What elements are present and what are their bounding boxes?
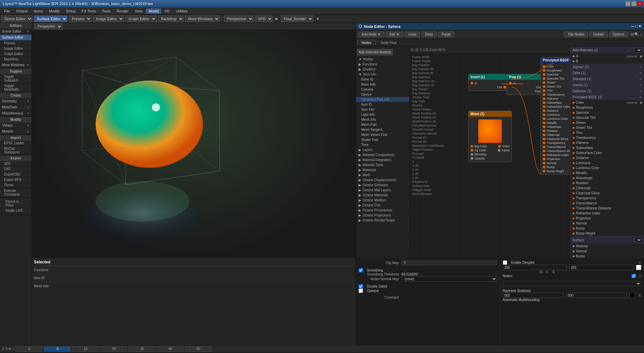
sidebar-toggle-subpatch[interactable]: Toggle Subpatch xyxy=(0,74,32,83)
ne-undo-btn[interactable]: Undo xyxy=(405,32,420,37)
x-pos-input[interactable]: 0 xyxy=(16,346,43,352)
menu-octane[interactable]: Octane xyxy=(13,8,31,14)
opaque-checkbox[interactable] xyxy=(359,289,363,293)
menu-file[interactable]: File xyxy=(1,8,13,14)
ne-group-octane-disp[interactable]: ▶ Octane Displacements xyxy=(356,178,409,183)
maximize-button[interactable]: □ xyxy=(631,1,637,6)
sidebar-export-eps[interactable]: Export EPS xyxy=(0,177,32,183)
x-pos-input7[interactable]: 50 xyxy=(185,346,212,352)
node-mixer[interactable]: Mixer (1) Big Color Color Fg xyxy=(468,111,512,162)
backdrop-select[interactable]: Backdrop xyxy=(158,15,184,22)
sidebar-scene-editor[interactable]: Scene Editor▼ xyxy=(0,29,32,35)
sidebar-dxf[interactable]: DXF xyxy=(0,166,32,172)
ne-item-item-id[interactable]: Item ID xyxy=(356,102,409,107)
nrp-add-mat-select[interactable] xyxy=(635,47,642,53)
sidebar-graph-editor[interactable]: Graph Editor xyxy=(0,51,32,57)
shadow-r-input[interactable] xyxy=(503,293,564,298)
ne-group-item-info[interactable]: ▼ Item Info xyxy=(356,72,409,77)
surface-editor-select[interactable]: Surface Editor xyxy=(34,15,67,22)
ne-fit-btn[interactable]: ⊡ xyxy=(631,32,634,37)
menu-items[interactable]: Items xyxy=(31,8,46,14)
menu-model[interactable]: Model xyxy=(146,8,161,14)
ne-item-light-info[interactable]: Light Info xyxy=(356,112,409,117)
viewport-type-select[interactable]: Perspective xyxy=(35,23,62,30)
ne-group-octane-osl[interactable]: ▶ Octane OSL xyxy=(356,203,409,208)
menu-modify[interactable]: Modify xyxy=(46,8,62,14)
sidebar-vmaps[interactable]: VMaps▼ xyxy=(0,122,32,129)
ne-tab-nodes[interactable]: Nodes xyxy=(357,40,376,45)
view-type-select[interactable]: Perspective xyxy=(224,15,254,22)
sidebar-morphs[interactable]: Morphs▼ xyxy=(0,129,32,135)
color-r-input[interactable] xyxy=(503,265,567,270)
sidebar-toggle-metaballs[interactable]: Toggle MetaBalls xyxy=(0,83,32,92)
nrp-pbsdf-expand[interactable]: ▼ xyxy=(639,96,642,99)
x-pos-input5[interactable]: 30 xyxy=(128,346,155,352)
enable-despike-checkbox[interactable] xyxy=(503,260,507,265)
ne-group-octane-emission[interactable]: ▶ Octane Emission xyxy=(356,183,409,188)
sidebar-3ds[interactable]: 3DS xyxy=(0,161,32,166)
ne-group-octane-rt[interactable]: ▶ Octane RenderTarget xyxy=(356,218,409,223)
sidebar-miscellaneous[interactable]: Miscellaneous▼ xyxy=(0,110,32,116)
sidebar-epsf-loader[interactable]: EPSF Loader xyxy=(0,141,32,146)
ne-search-btn[interactable]: ⌕ xyxy=(640,32,642,37)
x-pos-input6[interactable]: 40 xyxy=(157,346,183,352)
ne-item-mesh-tangent[interactable]: Mesh Tangent xyxy=(356,127,409,132)
menu-render[interactable]: Render xyxy=(114,8,131,14)
ne-item-item-info[interactable]: Item Info xyxy=(356,107,409,112)
node-invert[interactable]: Invert (1) In Out xyxy=(468,74,508,91)
ne-group-gradient[interactable]: ▶ Gradient xyxy=(356,67,409,72)
ne-group-octane-proj[interactable]: ▶ Octane Projections xyxy=(356,213,409,218)
ne-item-dynamics-part-info[interactable]: Dynamics Part Info xyxy=(356,97,409,102)
final-render-select[interactable]: Final_Render xyxy=(281,15,313,22)
ne-item-mesh-part[interactable]: Mesh Part xyxy=(356,122,409,127)
color-swatch[interactable] xyxy=(636,265,641,270)
nrp-sigma2-expand[interactable]: ▼ xyxy=(639,65,642,69)
ne-item-camera[interactable]: Camera xyxy=(356,87,409,92)
ne-item-bone-info[interactable]: Bone Info xyxy=(356,82,409,87)
menu-view[interactable]: View xyxy=(132,8,146,14)
ne-item-time[interactable]: Time xyxy=(356,142,409,147)
nrp-standard-expand[interactable]: ▼ xyxy=(639,78,642,81)
smoothing-adjust-icon[interactable]: ↕ xyxy=(495,272,497,276)
sidebar-mocap[interactable]: MoCap Skelegons xyxy=(0,146,32,155)
ne-item-mesh-vertex-find[interactable]: Mesh Vertex Find xyxy=(356,132,409,137)
menu-utilities[interactable]: Utilities xyxy=(173,8,190,14)
step-icon[interactable]: ⚙ xyxy=(546,270,549,274)
sidebar-geometry[interactable]: Geometry ▼ xyxy=(0,98,32,104)
ne-group-material-components[interactable]: ▶ Material Components xyxy=(356,152,409,157)
sidebar-exportobj[interactable]: ExportOBJ xyxy=(0,172,32,177)
ne-zoom-btn[interactable]: 🔍 xyxy=(634,32,639,37)
sidebar-throw[interactable]: Throw xyxy=(0,183,32,188)
nrp-delta-expand[interactable]: ▼ xyxy=(639,71,642,75)
sidebar-backdrop[interactable]: Backdrop xyxy=(0,57,32,62)
ne-item-bone-id[interactable]: Bone ID xyxy=(356,77,409,82)
ne-group-materials[interactable]: ▶ Materials xyxy=(356,167,409,172)
ne-tidy-nodes-btn[interactable]: Tidy Nodes xyxy=(564,32,588,37)
nrp-dielectric-expand[interactable]: ▼ xyxy=(639,90,642,93)
ne-group-math[interactable]: ▶ Math xyxy=(356,172,409,178)
ne-item-studio-trait[interactable]: Studio Trait xyxy=(356,137,409,142)
sidebar-parent-in-place[interactable]: Parent in Place xyxy=(1,199,30,208)
more-windows-select[interactable]: More Windows xyxy=(185,15,220,22)
minimize-button[interactable]: — xyxy=(625,1,631,6)
ne-options-btn[interactable]: Options xyxy=(609,32,628,37)
sidebar-surface-editor[interactable]: Surface Editor xyxy=(0,35,32,41)
ne-update-btn[interactable]: Update xyxy=(589,32,607,37)
close-button[interactable]: ✕ xyxy=(637,1,643,6)
ne-tab-node-flow[interactable]: Node Flow xyxy=(376,40,401,45)
sidebar-more-windows[interactable]: More Windows▼ xyxy=(0,62,32,68)
image-editor-select[interactable]: Image Editor xyxy=(93,15,124,22)
smoothing-checkbox[interactable] xyxy=(359,268,363,272)
ne-group-octane-mat-layers[interactable]: ▶ Octane Mat Layers xyxy=(356,188,409,193)
ne-canvas-bg[interactable]: Frame Width Frame Height Ray Position Ra… xyxy=(410,54,570,258)
x-pos-input3[interactable]: 10 xyxy=(72,346,99,352)
sidebar-execute-command[interactable]: Execute Command xyxy=(0,188,32,197)
ne-close-btn[interactable]: ✕ xyxy=(638,24,641,29)
menu-setup[interactable]: Setup xyxy=(63,8,78,14)
ne-item-device[interactable]: Device xyxy=(356,92,409,97)
shadow-swatch[interactable] xyxy=(630,293,635,298)
sidebar-presets[interactable]: Presets xyxy=(0,41,32,46)
ne-edit-btn[interactable]: Edit ▼ xyxy=(386,32,403,37)
ne-item-mesh-info[interactable]: Mesh Info xyxy=(356,117,409,122)
x-pos-input2[interactable]: 0 xyxy=(44,346,71,352)
